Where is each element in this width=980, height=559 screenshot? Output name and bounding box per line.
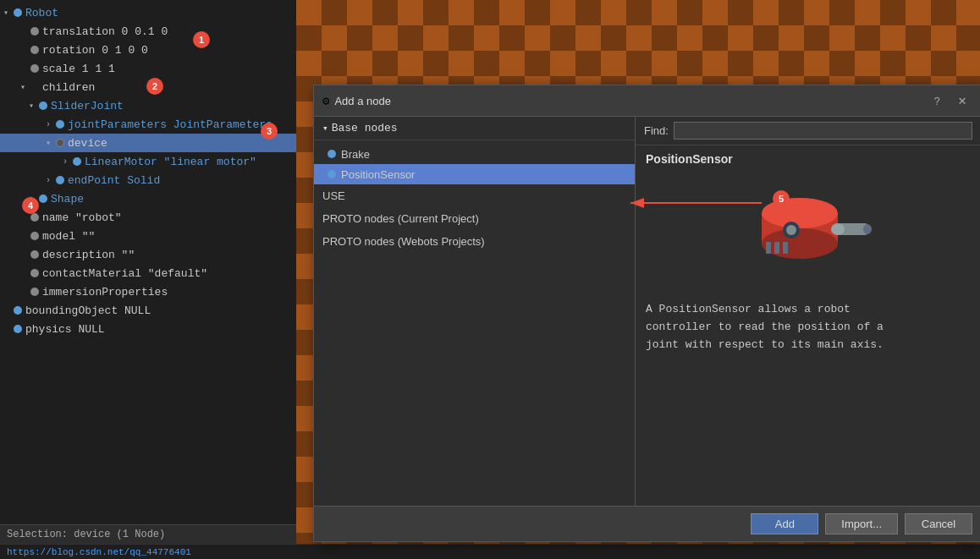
status-text: Selection: device (1 Node)	[7, 529, 165, 540]
tree-dot-sliderjoint	[39, 101, 47, 110]
proto-webots-label: PROTO nodes (Webots Projects)	[322, 235, 485, 248]
tree-label-shape: Shape	[51, 193, 84, 206]
tree-item-contactmaterial[interactable]: contactMaterial "default"	[0, 264, 296, 282]
dialog-footer: Add Import... Cancel	[314, 506, 980, 541]
positionsensor-label: PositionSensor	[341, 168, 415, 181]
tree-label-endpoint: endPoint Solid	[68, 174, 160, 187]
tree-dot-shape	[39, 195, 47, 203]
search-label: Find:	[644, 124, 669, 137]
tree-item-description[interactable]: description ""	[0, 245, 296, 264]
preview-name: PositionSensor	[636, 145, 980, 173]
import-button[interactable]: Import...	[825, 513, 898, 534]
tree-arrow-linearmotor: ›	[63, 157, 73, 167]
tree-dot-device	[56, 139, 64, 147]
svg-point-3	[762, 198, 838, 228]
svg-point-2	[762, 228, 838, 259]
node-preview-panel: Find: PositionSensor	[636, 117, 980, 506]
tree-dot-model	[30, 232, 39, 240]
tree-label-jointparams: jointParameters JointParameters	[68, 118, 273, 131]
scene-tree-panel: ▾ Robot translation 0 0.1 0 rotation 0 1…	[0, 0, 296, 544]
positionsensor-dot	[328, 170, 336, 178]
tree-item-name[interactable]: name "robot"	[0, 208, 296, 227]
dialog-body: ▾ Base nodes Brake PositionSensor	[314, 117, 980, 506]
tree-dot-endpoint	[56, 176, 64, 184]
url-text: https://blog.csdn.net/qq_44776401	[7, 547, 191, 557]
proto-current-label: PROTO nodes (Current Project)	[322, 212, 479, 225]
tree-dot-rotation	[30, 46, 39, 54]
svg-point-5	[831, 223, 845, 235]
main-layout: ▾ Robot translation 0 0.1 0 rotation 0 1…	[0, 0, 980, 544]
tree-label-physics: physics NULL	[25, 323, 105, 336]
proto-webots-section[interactable]: PROTO nodes (Webots Projects)	[314, 230, 635, 253]
base-nodes-header[interactable]: ▾ Base nodes	[314, 117, 635, 140]
svg-point-8	[786, 225, 796, 235]
node-list: Brake PositionSensor USE PROTO nodes (Cu…	[314, 140, 635, 506]
tree-arrow-children: ▾	[20, 82, 30, 92]
tree-item-bounding[interactable]: boundingObject NULL	[0, 301, 296, 320]
tree-label-name: name "robot"	[42, 211, 122, 224]
tree-item-translation[interactable]: translation 0 0.1 0	[0, 22, 296, 41]
tree-item-device[interactable]: ▾ device	[0, 134, 296, 152]
tree-item-physics[interactable]: physics NULL	[0, 320, 296, 338]
tree-item-model[interactable]: model ""	[0, 227, 296, 245]
tree-label-linearmotor: LinearMotor "linear motor"	[85, 156, 256, 168]
url-bar: https://blog.csdn.net/qq_44776401	[0, 544, 980, 559]
scene-tree: ▾ Robot translation 0 0.1 0 rotation 0 1…	[0, 0, 296, 524]
tree-label-robot: Robot	[25, 7, 58, 19]
base-nodes-arrow: ▾	[322, 123, 328, 134]
dialog-titlebar: ⚙ Add a node ? ✕	[314, 85, 980, 117]
tree-item-immersion[interactable]: immersionProperties	[0, 282, 296, 301]
tree-arrow-shape: ›	[29, 195, 39, 204]
add-button[interactable]: Add	[751, 513, 818, 534]
svg-point-6	[863, 224, 872, 234]
brake-dot	[328, 150, 336, 158]
tree-dot-contactmaterial	[30, 269, 39, 277]
tree-dot-translation	[30, 27, 39, 36]
dialog-close-button[interactable]: ✕	[952, 90, 972, 111]
tree-item-robot[interactable]: ▾ Robot	[0, 3, 296, 22]
tree-item-shape[interactable]: › Shape	[0, 189, 296, 208]
tree-item-linearmotor[interactable]: › LinearMotor "linear motor"	[0, 152, 296, 171]
tree-dot-linearmotor	[73, 157, 81, 166]
tree-label-model: model ""	[42, 230, 95, 243]
search-area: Find:	[636, 117, 980, 145]
tree-dot-robot	[14, 8, 22, 17]
use-section[interactable]: USE	[314, 184, 635, 207]
tree-dot-bounding	[14, 306, 22, 315]
tree-dot-name	[30, 213, 39, 222]
proto-current-section[interactable]: PROTO nodes (Current Project)	[314, 207, 635, 230]
search-input[interactable]	[674, 122, 972, 140]
tree-arrow-device: ▾	[46, 138, 56, 148]
tree-arrow-endpoint: ›	[46, 176, 56, 185]
node-list-panel: ▾ Base nodes Brake PositionSensor	[314, 117, 636, 506]
tree-label-rotation: rotation 0 1 0 0	[42, 44, 148, 57]
svg-rect-10	[774, 242, 779, 254]
tree-arrow-jointparams: ›	[46, 120, 56, 129]
tree-label-children: children	[42, 81, 95, 94]
tree-label-scale: scale 1 1 1	[42, 63, 115, 75]
tree-dot-scale	[30, 64, 39, 73]
tree-dot-immersion	[30, 288, 39, 296]
use-label: USE	[322, 189, 345, 202]
tree-label-bounding: boundingObject NULL	[25, 304, 151, 317]
add-node-dialog: ⚙ Add a node ? ✕ ▾ Base nodes Brake	[313, 85, 980, 542]
tree-item-jointparams[interactable]: › jointParameters JointParameters	[0, 115, 296, 134]
dialog-help-button[interactable]: ?	[927, 90, 947, 111]
tree-dot-jointparams	[56, 120, 64, 129]
tree-label-immersion: immersionProperties	[42, 286, 168, 299]
tree-label-description: description ""	[42, 249, 135, 261]
tree-label-translation: translation 0 0.1 0	[42, 25, 168, 38]
tree-item-endpoint[interactable]: › endPoint Solid	[0, 171, 296, 189]
tree-item-scale[interactable]: scale 1 1 1	[0, 59, 296, 78]
cancel-button[interactable]: Cancel	[905, 513, 972, 534]
right-panel: ⚙ Add a node ? ✕ ▾ Base nodes Brake	[296, 0, 980, 544]
tree-item-sliderjoint[interactable]: ▾ SliderJoint	[0, 96, 296, 115]
svg-rect-9	[766, 242, 771, 254]
preview-description: A PositionSensor allows a robot controll…	[636, 291, 980, 506]
node-item-positionsensor[interactable]: PositionSensor	[314, 164, 635, 184]
tree-label-sliderjoint: SliderJoint	[51, 100, 124, 112]
tree-item-children[interactable]: ▾ children	[0, 78, 296, 96]
tree-item-rotation[interactable]: rotation 0 1 0 0	[0, 41, 296, 59]
node-item-brake[interactable]: Brake	[314, 144, 635, 164]
tree-label-device: device	[68, 137, 107, 150]
